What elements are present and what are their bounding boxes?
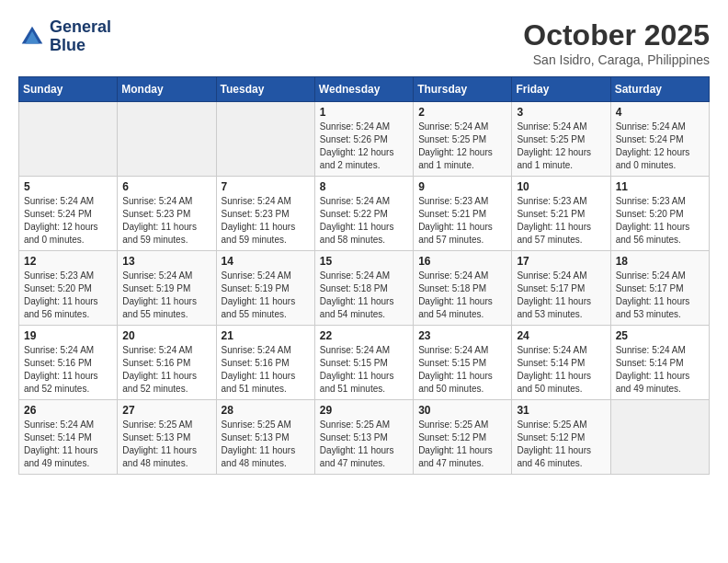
calendar-cell: [118, 102, 216, 177]
day-info: Sunrise: 5:24 AM Sunset: 5:24 PM Dayligh…: [24, 195, 112, 247]
day-number: 2: [418, 106, 506, 119]
weekday-header-row: SundayMondayTuesdayWednesdayThursdayFrid…: [19, 77, 710, 102]
day-number: 30: [418, 404, 506, 417]
day-info: Sunrise: 5:25 AM Sunset: 5:12 PM Dayligh…: [418, 419, 506, 470]
day-info: Sunrise: 5:24 AM Sunset: 5:18 PM Dayligh…: [320, 270, 408, 321]
calendar-cell: 29Sunrise: 5:25 AM Sunset: 5:13 PM Dayli…: [314, 400, 413, 475]
day-info: Sunrise: 5:24 AM Sunset: 5:18 PM Dayligh…: [418, 270, 506, 321]
day-info: Sunrise: 5:23 AM Sunset: 5:21 PM Dayligh…: [418, 195, 506, 247]
weekday-header-cell: Friday: [512, 77, 610, 102]
weekday-header-cell: Sunday: [19, 77, 118, 102]
calendar-cell: 19Sunrise: 5:24 AM Sunset: 5:16 PM Dayli…: [19, 326, 118, 400]
day-info: Sunrise: 5:24 AM Sunset: 5:17 PM Dayligh…: [616, 270, 704, 321]
day-info: Sunrise: 5:24 AM Sunset: 5:14 PM Dayligh…: [24, 419, 112, 470]
day-info: Sunrise: 5:23 AM Sunset: 5:20 PM Dayligh…: [24, 270, 112, 321]
weekday-header-cell: Thursday: [414, 77, 512, 102]
day-number: 7: [222, 180, 310, 193]
calendar-cell: 30Sunrise: 5:25 AM Sunset: 5:12 PM Dayli…: [414, 400, 512, 475]
day-number: 15: [320, 255, 408, 268]
location: San Isidro, Caraga, Philippines: [523, 52, 710, 67]
calendar-cell: 3Sunrise: 5:24 AM Sunset: 5:25 PM Daylig…: [512, 102, 610, 177]
day-info: Sunrise: 5:24 AM Sunset: 5:25 PM Dayligh…: [418, 121, 506, 172]
calendar-cell: [19, 102, 118, 177]
calendar-cell: [216, 102, 314, 177]
calendar-cell: 16Sunrise: 5:24 AM Sunset: 5:18 PM Dayli…: [414, 251, 512, 326]
day-number: 6: [122, 180, 210, 193]
calendar-week-row: 12Sunrise: 5:23 AM Sunset: 5:20 PM Dayli…: [19, 251, 710, 326]
weekday-header-cell: Wednesday: [314, 77, 413, 102]
day-number: 23: [418, 329, 506, 342]
day-number: 21: [222, 329, 310, 342]
day-info: Sunrise: 5:25 AM Sunset: 5:12 PM Dayligh…: [517, 419, 605, 470]
day-info: Sunrise: 5:24 AM Sunset: 5:16 PM Dayligh…: [222, 344, 310, 396]
logo-line1: General: [50, 18, 111, 37]
weekday-header-cell: Saturday: [610, 77, 709, 102]
calendar-cell: 18Sunrise: 5:24 AM Sunset: 5:17 PM Dayli…: [610, 251, 709, 326]
day-number: 3: [517, 106, 605, 119]
calendar-cell: 23Sunrise: 5:24 AM Sunset: 5:15 PM Dayli…: [414, 326, 512, 400]
calendar-cell: 21Sunrise: 5:24 AM Sunset: 5:16 PM Dayli…: [216, 326, 314, 400]
day-info: Sunrise: 5:23 AM Sunset: 5:21 PM Dayligh…: [517, 195, 605, 247]
day-number: 31: [517, 404, 605, 417]
day-info: Sunrise: 5:25 AM Sunset: 5:13 PM Dayligh…: [122, 419, 210, 470]
calendar-cell: 28Sunrise: 5:25 AM Sunset: 5:13 PM Dayli…: [216, 400, 314, 475]
day-number: 25: [616, 329, 704, 342]
calendar-cell: 7Sunrise: 5:24 AM Sunset: 5:23 PM Daylig…: [216, 177, 314, 251]
day-number: 29: [320, 404, 408, 417]
day-number: 9: [418, 180, 506, 193]
day-number: 17: [517, 255, 605, 268]
day-info: Sunrise: 5:24 AM Sunset: 5:15 PM Dayligh…: [418, 344, 506, 396]
day-number: 20: [122, 329, 210, 342]
weekday-header-cell: Tuesday: [216, 77, 314, 102]
day-number: 22: [320, 329, 408, 342]
calendar-cell: 27Sunrise: 5:25 AM Sunset: 5:13 PM Dayli…: [118, 400, 216, 475]
calendar-cell: 6Sunrise: 5:24 AM Sunset: 5:23 PM Daylig…: [118, 177, 216, 251]
logo-text: General Blue: [50, 18, 111, 55]
calendar-cell: 20Sunrise: 5:24 AM Sunset: 5:16 PM Dayli…: [118, 326, 216, 400]
day-info: Sunrise: 5:24 AM Sunset: 5:19 PM Dayligh…: [122, 270, 210, 321]
calendar-cell: 8Sunrise: 5:24 AM Sunset: 5:22 PM Daylig…: [314, 177, 413, 251]
logo-line2: Blue: [50, 37, 111, 55]
day-number: 13: [122, 255, 210, 268]
day-number: 28: [222, 404, 310, 417]
calendar-cell: 12Sunrise: 5:23 AM Sunset: 5:20 PM Dayli…: [19, 251, 118, 326]
day-number: 14: [222, 255, 310, 268]
day-number: 12: [24, 255, 112, 268]
day-info: Sunrise: 5:23 AM Sunset: 5:20 PM Dayligh…: [616, 195, 704, 247]
day-number: 11: [616, 180, 704, 193]
day-info: Sunrise: 5:25 AM Sunset: 5:13 PM Dayligh…: [320, 419, 408, 470]
day-number: 19: [24, 329, 112, 342]
calendar-cell: 4Sunrise: 5:24 AM Sunset: 5:24 PM Daylig…: [610, 102, 709, 177]
calendar-week-row: 26Sunrise: 5:24 AM Sunset: 5:14 PM Dayli…: [19, 400, 710, 475]
logo-icon: [18, 23, 46, 51]
day-info: Sunrise: 5:24 AM Sunset: 5:26 PM Dayligh…: [320, 121, 408, 172]
calendar-cell: 13Sunrise: 5:24 AM Sunset: 5:19 PM Dayli…: [118, 251, 216, 326]
day-number: 27: [122, 404, 210, 417]
day-number: 1: [320, 106, 408, 119]
calendar-cell: 24Sunrise: 5:24 AM Sunset: 5:14 PM Dayli…: [512, 326, 610, 400]
calendar-cell: 9Sunrise: 5:23 AM Sunset: 5:21 PM Daylig…: [414, 177, 512, 251]
calendar-body: 1Sunrise: 5:24 AM Sunset: 5:26 PM Daylig…: [19, 102, 710, 475]
day-info: Sunrise: 5:24 AM Sunset: 5:22 PM Dayligh…: [320, 195, 408, 247]
calendar-cell: 17Sunrise: 5:24 AM Sunset: 5:17 PM Dayli…: [512, 251, 610, 326]
calendar-week-row: 1Sunrise: 5:24 AM Sunset: 5:26 PM Daylig…: [19, 102, 710, 177]
day-number: 10: [517, 180, 605, 193]
day-info: Sunrise: 5:24 AM Sunset: 5:19 PM Dayligh…: [222, 270, 310, 321]
calendar-cell: 31Sunrise: 5:25 AM Sunset: 5:12 PM Dayli…: [512, 400, 610, 475]
page-header: General Blue October 2025 San Isidro, Ca…: [18, 18, 710, 67]
calendar-cell: [610, 400, 709, 475]
day-number: 5: [24, 180, 112, 193]
calendar-cell: 26Sunrise: 5:24 AM Sunset: 5:14 PM Dayli…: [19, 400, 118, 475]
day-info: Sunrise: 5:24 AM Sunset: 5:16 PM Dayligh…: [24, 344, 112, 396]
calendar-week-row: 5Sunrise: 5:24 AM Sunset: 5:24 PM Daylig…: [19, 177, 710, 251]
calendar-table: SundayMondayTuesdayWednesdayThursdayFrid…: [18, 76, 710, 475]
calendar-cell: 2Sunrise: 5:24 AM Sunset: 5:25 PM Daylig…: [414, 102, 512, 177]
day-info: Sunrise: 5:24 AM Sunset: 5:23 PM Dayligh…: [122, 195, 210, 247]
calendar-cell: 14Sunrise: 5:24 AM Sunset: 5:19 PM Dayli…: [216, 251, 314, 326]
calendar-cell: 22Sunrise: 5:24 AM Sunset: 5:15 PM Dayli…: [314, 326, 413, 400]
day-number: 4: [616, 106, 704, 119]
calendar-cell: 15Sunrise: 5:24 AM Sunset: 5:18 PM Dayli…: [314, 251, 413, 326]
calendar-cell: 10Sunrise: 5:23 AM Sunset: 5:21 PM Dayli…: [512, 177, 610, 251]
day-info: Sunrise: 5:25 AM Sunset: 5:13 PM Dayligh…: [222, 419, 310, 470]
day-info: Sunrise: 5:24 AM Sunset: 5:17 PM Dayligh…: [517, 270, 605, 321]
